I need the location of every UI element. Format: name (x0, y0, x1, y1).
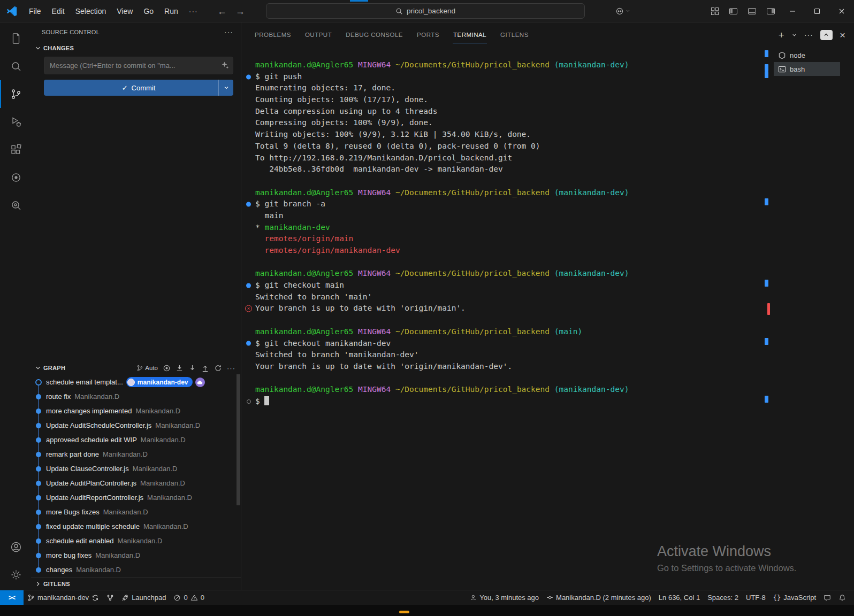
graph-commit-row[interactable]: more changes implementedManikandan.D (31, 404, 241, 418)
terminal-profile-dropdown[interactable] (791, 32, 797, 38)
graph-commit-row[interactable]: Update AuditPlanController.jsManikandan.… (31, 476, 241, 490)
terminal-tab-bash[interactable]: bash (774, 62, 840, 76)
command-success-icon[interactable] (246, 283, 251, 288)
commit-dropdown-button[interactable] (218, 80, 233, 96)
menu-view[interactable]: View (111, 0, 138, 22)
menu-edit[interactable]: Edit (47, 0, 70, 22)
feedback-icon[interactable] (820, 590, 835, 605)
toggle-panel-icon[interactable] (743, 0, 761, 22)
menu-selection[interactable]: Selection (70, 0, 112, 22)
menu-file[interactable]: File (24, 0, 47, 22)
toggle-secondary-sidebar-icon[interactable] (761, 0, 780, 22)
sidebar-scrollbar[interactable] (237, 374, 240, 505)
menu-go[interactable]: Go (138, 0, 159, 22)
close-button[interactable] (829, 0, 854, 22)
notifications-bell-icon[interactable] (835, 590, 850, 605)
new-terminal-button[interactable]: + (779, 30, 784, 40)
branch-indicator[interactable]: manikandan-dev (24, 590, 103, 605)
commit-button[interactable]: ✓ Commit (44, 80, 233, 96)
maximize-panel-button[interactable] (820, 30, 833, 40)
graph-fetch-icon[interactable] (176, 364, 184, 372)
graph-branch-filter[interactable]: Auto (136, 365, 158, 372)
customize-layout-icon[interactable] (706, 0, 724, 22)
graph-commit-row[interactable]: Update AuditScheduleController.jsManikan… (31, 418, 241, 433)
branch-badge[interactable]: manikandan-dev (126, 377, 193, 387)
menu-run[interactable]: Run (159, 0, 184, 22)
graph-commit-row[interactable]: route fixManikandan.D (31, 389, 241, 404)
gitlens-inspect-icon[interactable] (0, 191, 31, 219)
git-graph-button[interactable] (103, 590, 118, 605)
launchpad-button[interactable]: Launchpad (118, 590, 170, 605)
settings-gear-icon[interactable] (0, 561, 31, 589)
graph-more-button[interactable]: ··· (227, 364, 235, 372)
chevron-down-icon (34, 44, 42, 52)
source-control-icon[interactable] (0, 80, 31, 108)
explorer-icon[interactable] (0, 25, 31, 52)
graph-commit-row[interactable]: remark part doneManikandan.D (31, 447, 241, 461)
go-forward-button[interactable]: → (235, 6, 245, 16)
graph-commit-row[interactable]: more Bugs fixzesManikandan.D (31, 505, 241, 519)
commit-message-input[interactable] (44, 57, 233, 74)
remote-indicator[interactable]: >< (0, 590, 24, 605)
graph-refresh-icon[interactable] (214, 364, 222, 372)
go-back-button[interactable]: ← (217, 6, 227, 16)
graph-commit-row[interactable]: fixed update multiple scheduleManikandan… (31, 519, 241, 534)
graph-commit-row[interactable]: changesManikandan.D (31, 563, 241, 577)
command-running-icon[interactable] (247, 399, 251, 404)
command-success-icon[interactable] (246, 202, 251, 207)
cloud-icon[interactable] (195, 378, 205, 387)
encoding-indicator[interactable]: UTF-8 (742, 590, 769, 605)
commit-message: Update AuditScheduleController.js (46, 421, 151, 429)
chevron-down-icon (34, 364, 42, 372)
language-mode[interactable]: {} JavaScript (769, 590, 820, 605)
extensions-icon[interactable] (0, 136, 31, 164)
search-icon (395, 7, 403, 15)
command-failed-icon[interactable] (245, 305, 252, 312)
graph-section-header[interactable]: GRAPH Auto (31, 361, 241, 375)
maximize-button[interactable] (805, 0, 829, 22)
graph-commit-row[interactable]: approveed schedule edit WIPManikandan.D (31, 433, 241, 447)
tab-ports[interactable]: PORTS (410, 22, 446, 47)
terminal-line: Counting objects: 100% (17/17), done. (255, 94, 749, 106)
titlebar-actions (610, 0, 854, 22)
command-success-icon[interactable] (246, 74, 251, 79)
minimize-button[interactable] (780, 0, 805, 22)
close-panel-button[interactable]: × (840, 30, 845, 40)
graph-commit-row[interactable]: schedule email templat...manikandan-dev (31, 375, 241, 389)
terminal-output[interactable]: manikandan.d@Angler65 MINGW64 ~/Document… (241, 47, 774, 407)
indentation-indicator[interactable]: Spaces: 2 (704, 590, 742, 605)
graph-commit-row[interactable]: schedule edit enabledManikandan.D (31, 534, 241, 548)
tab-debug-console[interactable]: DEBUG CONSOLE (339, 22, 410, 47)
search-activity-icon[interactable] (0, 52, 31, 80)
copilot-icon[interactable] (610, 0, 635, 22)
tab-output[interactable]: OUTPUT (298, 22, 339, 47)
tab-terminal[interactable]: TERMINAL (446, 22, 493, 47)
toggle-primary-sidebar-icon[interactable] (724, 0, 743, 22)
terminal-line: 24bb5e8..36fdb0d manikandan-dev -> manik… (255, 164, 749, 175)
run-debug-icon[interactable] (0, 108, 31, 136)
changes-section-header[interactable]: CHANGES (31, 42, 241, 55)
command-success-icon[interactable] (246, 341, 251, 346)
tab-gitlens[interactable]: GITLENS (493, 22, 536, 47)
terminal-tab-node[interactable]: node (774, 48, 840, 62)
graph-commit-row[interactable]: more bug fixesManikandan.D (31, 548, 241, 563)
account-icon[interactable] (0, 533, 31, 561)
commit-info[interactable]: Manikandan.D (2 minutes ago) (543, 590, 655, 605)
graph-commit-row[interactable]: Update ClauseController.jsManikandan.D (31, 461, 241, 476)
search-box[interactable]: pricol_backend (266, 3, 585, 19)
cursor-position[interactable]: Ln 636, Col 1 (655, 590, 704, 605)
blame-annotation[interactable]: You, 3 minutes ago (466, 590, 543, 605)
problems-indicator[interactable]: 0 0 (170, 590, 208, 605)
graph-commit-row[interactable]: Update AuditReportController.jsManikanda… (31, 490, 241, 505)
graph-push-icon[interactable] (201, 364, 209, 372)
vscode-logo-icon[interactable] (0, 5, 24, 17)
gitlens-section-header[interactable]: GITLENS (31, 577, 241, 590)
graph-target-icon[interactable] (163, 364, 171, 372)
menu-overflow-button[interactable]: ··· (184, 0, 203, 22)
copilot-sparkle-icon[interactable] (221, 61, 229, 69)
tab-problems[interactable]: PROBLEMS (248, 22, 298, 47)
gitlens-icon[interactable] (0, 164, 31, 191)
sidebar-more-button[interactable]: ··· (224, 28, 233, 36)
panel-more-button[interactable]: ··· (804, 30, 813, 39)
graph-pull-icon[interactable] (188, 364, 196, 372)
